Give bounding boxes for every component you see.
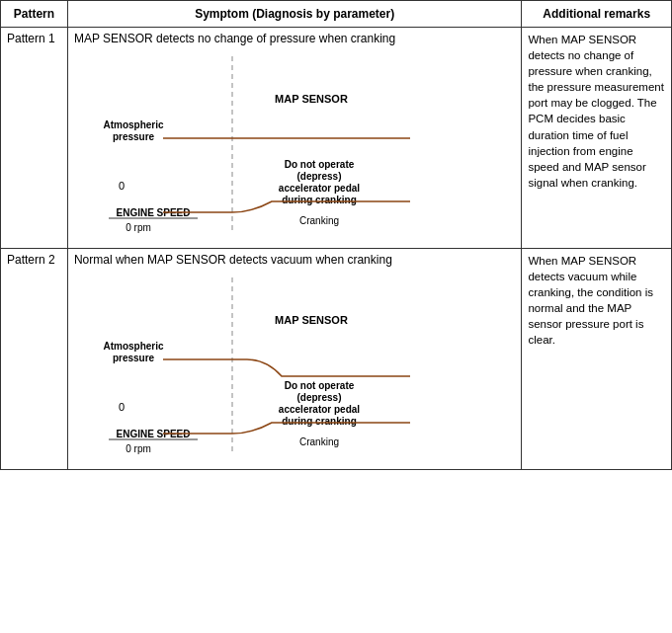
diagram-1: MAP SENSOR Atmospheric pressure 0 Do not… [74, 51, 450, 244]
header-remarks: Additional remarks [522, 1, 672, 28]
do-not-operate-1: Do not operate [285, 159, 355, 170]
atm-pressure-label-2b: pressure [113, 353, 155, 363]
do-not-operate-2d: during cranking [282, 416, 357, 427]
symptom-1-cell: MAP SENSOR detects no change of pressure… [67, 28, 522, 249]
symptom-1-title: MAP SENSOR detects no change of pressure… [74, 32, 516, 45]
symptom-2-title: Normal when MAP SENSOR detects vacuum wh… [74, 253, 516, 267]
pattern-1-text: Pattern 1 [7, 32, 55, 45]
header-symptom: Symptom (Diagnosis by parameter) [67, 1, 522, 28]
zero-label-2: 0 [119, 401, 125, 413]
header-pattern: Pattern [1, 1, 68, 28]
rpm-label-1: 0 rpm [126, 222, 151, 233]
remarks-2-text: When MAP SENSOR detects vacuum while cra… [528, 253, 665, 349]
atm-pressure-label-2: Atmospheric [103, 341, 164, 352]
remarks-1-text: When MAP SENSOR detects no change of pre… [528, 32, 665, 191]
map-sensor-label-1: MAP SENSOR [275, 93, 348, 105]
pattern-2-text: Pattern 2 [7, 253, 55, 267]
do-not-operate-1b: (depress) [296, 171, 341, 182]
do-not-operate-2c: accelerator pedal [279, 404, 360, 415]
do-not-operate-1c: accelerator pedal [279, 183, 360, 194]
remarks-2-cell: When MAP SENSOR detects vacuum while cra… [522, 249, 672, 470]
diagnosis-table: Pattern Symptom (Diagnosis by parameter)… [0, 0, 672, 470]
do-not-operate-2b: (depress) [296, 392, 341, 403]
symptom-2-cell: Normal when MAP SENSOR detects vacuum wh… [67, 249, 522, 470]
diagram-2: MAP SENSOR Atmospheric pressure 0 Do not… [74, 273, 450, 465]
do-not-operate-2: Do not operate [285, 380, 355, 391]
pattern-2-label: Pattern 2 [1, 249, 68, 470]
table-row: Pattern 1 MAP SENSOR detects no change o… [1, 28, 672, 249]
do-not-operate-1d: during cranking [282, 195, 357, 205]
zero-label-1: 0 [119, 180, 125, 192]
rpm-label-2: 0 rpm [126, 443, 151, 454]
cranking-label-1: Cranking [299, 215, 339, 226]
pattern-1-label: Pattern 1 [1, 28, 68, 249]
atm-pressure-label-1: Atmospheric [103, 119, 164, 130]
atm-pressure-label-1b: pressure [113, 131, 155, 142]
remarks-1-cell: When MAP SENSOR detects no change of pre… [522, 28, 672, 249]
table-row: Pattern 2 Normal when MAP SENSOR detects… [1, 249, 672, 470]
map-sensor-label-2: MAP SENSOR [275, 314, 348, 326]
cranking-label-2: Cranking [299, 436, 339, 447]
